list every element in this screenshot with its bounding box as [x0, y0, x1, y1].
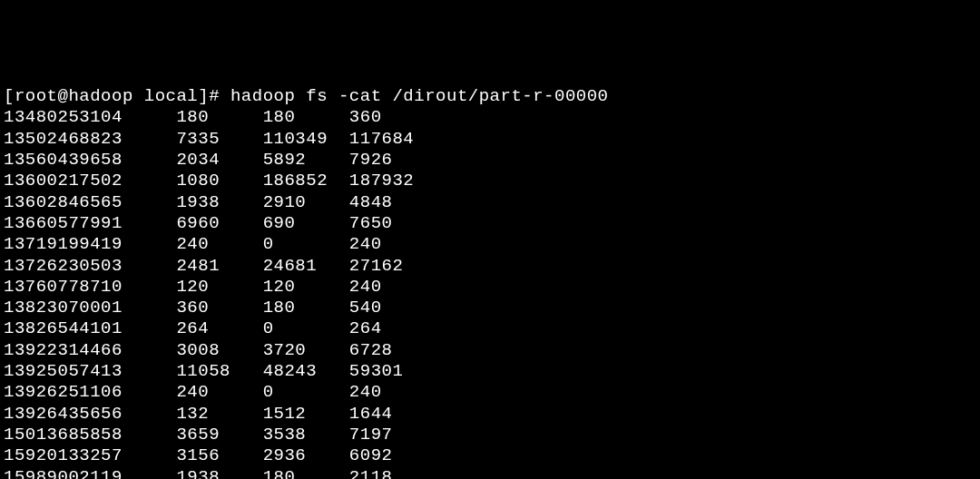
output-row: 13726230503 2481 24681 27162	[4, 256, 976, 277]
output-row: 13760778710 120 120 240	[4, 277, 976, 298]
output-row: 13926251106 240 0 240	[4, 382, 976, 403]
output-row: 13926435656 132 1512 1644	[4, 404, 976, 425]
output-row: 13925057413 11058 48243 59301	[4, 361, 976, 382]
output-row: 13826544101 264 0 264	[4, 318, 976, 339]
shell-prompt-1: [root@hadoop local]# hadoop fs -cat /dir…	[4, 86, 976, 107]
output-row: 13560439658 2034 5892 7926	[4, 150, 976, 171]
output-row: 15920133257 3156 2936 6092	[4, 445, 976, 466]
output-row: 13719199419 240 0 240	[4, 234, 976, 255]
output-row: 13502468823 7335 110349 117684	[4, 129, 976, 150]
output-row: 13480253104 180 180 360	[4, 107, 976, 128]
output-row: 15013685858 3659 3538 7197	[4, 425, 976, 445]
terminal-output[interactable]: [root@hadoop local]# hadoop fs -cat /dir…	[4, 86, 976, 479]
output-row: 13602846565 1938 2910 4848	[4, 192, 976, 213]
output-row: 13823070001 360 180 540	[4, 298, 976, 318]
output-row: 13600217502 1080 186852 187932	[4, 171, 976, 191]
output-row: 15989002119 1938 180 2118	[4, 467, 976, 479]
output-row: 13660577991 6960 690 7650	[4, 213, 976, 234]
output-row: 13922314466 3008 3720 6728	[4, 340, 976, 361]
